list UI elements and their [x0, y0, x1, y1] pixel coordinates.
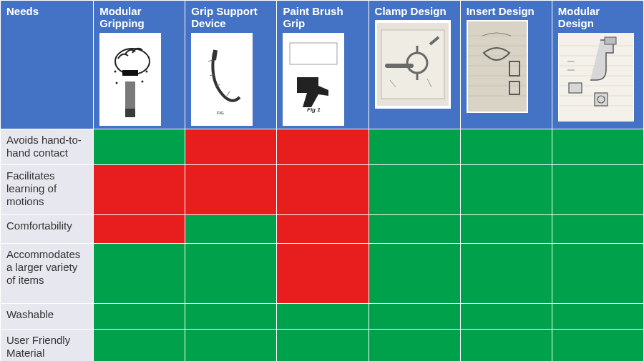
column-header-paint-brush-grip: Paint Brush Grip Fig 1 [277, 1, 369, 129]
need-label: Facilitates learning of motions [1, 164, 94, 214]
column-header-label: Modular Gripping [99, 5, 179, 30]
need-label: User Friendly Material [1, 329, 94, 361]
column-header-label: Modular Design [558, 5, 638, 30]
svg-rect-37 [595, 93, 608, 106]
status-cell [277, 214, 369, 243]
table-row: Avoids hand-to-hand contact [1, 129, 644, 164]
status-cell [185, 329, 277, 361]
column-header-insert-design: Insert Design [460, 1, 552, 129]
table-row: Facilitates learning of motions [1, 164, 644, 214]
status-cell [369, 329, 460, 361]
table-row: User Friendly Material [1, 329, 644, 361]
svg-rect-9 [195, 40, 248, 119]
need-label: Accommodates a larger variety of items [1, 243, 94, 303]
column-header-needs: Needs [1, 1, 94, 129]
need-label: Avoids hand-to-hand contact [1, 129, 94, 164]
status-cell [552, 243, 643, 303]
svg-rect-36 [569, 83, 582, 93]
svg-point-6 [146, 70, 148, 72]
status-cell [277, 303, 369, 329]
svg-point-7 [116, 81, 118, 84]
curved-hook-sketch-icon: FIG [191, 33, 253, 126]
svg-text:Fig 1: Fig 1 [307, 107, 321, 113]
svg-rect-17 [468, 21, 527, 112]
svg-point-8 [142, 80, 144, 82]
table-body: Avoids hand-to-hand contactFacilitates l… [1, 129, 644, 361]
status-cell [552, 129, 643, 164]
column-header-clamp-design: Clamp Design [369, 1, 460, 129]
status-cell [94, 243, 185, 303]
svg-point-5 [114, 70, 117, 72]
column-header-label: Grip Support Device [191, 5, 270, 30]
table-row: Comfortability [1, 214, 644, 243]
status-cell [552, 164, 643, 214]
need-label: Comfortability [1, 214, 94, 243]
status-cell [94, 329, 185, 361]
hand-grip-sketch-icon [99, 33, 161, 126]
insert-paper-sketch-icon [467, 20, 528, 113]
status-cell [460, 329, 552, 361]
status-cell [185, 129, 277, 164]
need-label: Washable [1, 303, 94, 329]
table-row: Accommodates a larger variety of items [1, 243, 644, 303]
column-header-label: Insert Design [467, 5, 546, 17]
column-header-modular-design: Modular Design [552, 1, 643, 129]
pugh-comparison-table: Needs Modular Gripping [0, 0, 644, 361]
status-cell [185, 164, 277, 214]
pistol-grip-sketch-icon: Fig 1 [283, 33, 344, 126]
svg-rect-2 [125, 109, 135, 117]
status-cell [185, 214, 277, 243]
status-cell [369, 243, 460, 303]
svg-text:FIG: FIG [217, 111, 224, 115]
status-cell [552, 214, 643, 243]
status-cell [94, 303, 185, 329]
table-row: Washable [1, 303, 644, 329]
column-header-modular-gripping: Modular Gripping [94, 1, 185, 129]
status-cell [94, 214, 185, 243]
header-row: Needs Modular Gripping [1, 1, 644, 129]
clamp-paper-sketch-icon [375, 20, 451, 109]
status-cell [552, 329, 643, 361]
status-cell [460, 214, 552, 243]
status-cell [185, 303, 277, 329]
status-cell [185, 243, 277, 303]
status-cell [460, 129, 552, 164]
status-cell [94, 129, 185, 164]
column-header-label: Clamp Design [375, 5, 454, 17]
modular-paper-sketch-icon [558, 33, 634, 122]
status-cell [277, 329, 369, 361]
status-cell [94, 164, 185, 214]
svg-rect-35 [605, 37, 616, 44]
column-header-label: Paint Brush Grip [283, 5, 362, 30]
status-cell [369, 303, 460, 329]
status-cell [369, 164, 460, 214]
status-cell [277, 164, 369, 214]
status-cell [460, 303, 552, 329]
status-cell [369, 129, 460, 164]
status-cell [369, 214, 460, 243]
status-cell [277, 243, 369, 303]
column-header-grip-support-device: Grip Support Device FIG [185, 1, 277, 129]
column-header-label: Needs [6, 5, 87, 17]
status-cell [460, 243, 552, 303]
status-cell [460, 164, 552, 214]
status-cell [552, 303, 643, 329]
status-cell [277, 129, 369, 164]
svg-rect-4 [122, 70, 138, 76]
